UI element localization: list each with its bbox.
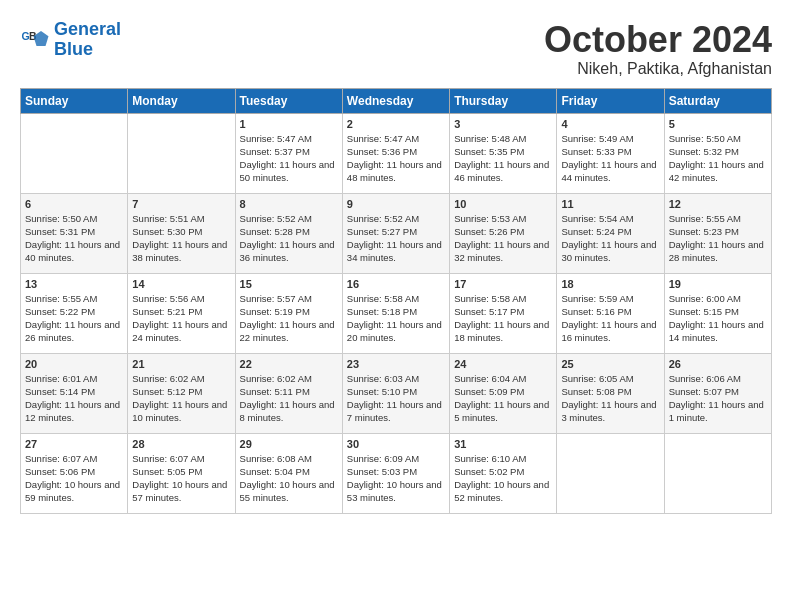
location-title: Nikeh, Paktika, Afghanistan: [544, 60, 772, 78]
day-info: Sunrise: 6:00 AM Sunset: 5:15 PM Dayligh…: [669, 292, 767, 345]
calendar-cell: 29Sunrise: 6:08 AM Sunset: 5:04 PM Dayli…: [235, 433, 342, 513]
calendar-cell: [664, 433, 771, 513]
calendar-cell: 5Sunrise: 5:50 AM Sunset: 5:32 PM Daylig…: [664, 113, 771, 193]
day-info: Sunrise: 6:07 AM Sunset: 5:06 PM Dayligh…: [25, 452, 123, 505]
calendar-cell: 30Sunrise: 6:09 AM Sunset: 5:03 PM Dayli…: [342, 433, 449, 513]
day-number: 7: [132, 198, 230, 210]
day-number: 27: [25, 438, 123, 450]
calendar-cell: 10Sunrise: 5:53 AM Sunset: 5:26 PM Dayli…: [450, 193, 557, 273]
day-info: Sunrise: 5:48 AM Sunset: 5:35 PM Dayligh…: [454, 132, 552, 185]
day-number: 9: [347, 198, 445, 210]
calendar-cell: 8Sunrise: 5:52 AM Sunset: 5:28 PM Daylig…: [235, 193, 342, 273]
calendar-week-row: 20Sunrise: 6:01 AM Sunset: 5:14 PM Dayli…: [21, 353, 772, 433]
day-info: Sunrise: 5:50 AM Sunset: 5:32 PM Dayligh…: [669, 132, 767, 185]
day-number: 3: [454, 118, 552, 130]
calendar-cell: 15Sunrise: 5:57 AM Sunset: 5:19 PM Dayli…: [235, 273, 342, 353]
calendar-cell: 27Sunrise: 6:07 AM Sunset: 5:06 PM Dayli…: [21, 433, 128, 513]
day-info: Sunrise: 6:06 AM Sunset: 5:07 PM Dayligh…: [669, 372, 767, 425]
calendar-cell: 16Sunrise: 5:58 AM Sunset: 5:18 PM Dayli…: [342, 273, 449, 353]
calendar-cell: 22Sunrise: 6:02 AM Sunset: 5:11 PM Dayli…: [235, 353, 342, 433]
calendar-cell: [21, 113, 128, 193]
day-number: 28: [132, 438, 230, 450]
calendar-cell: 20Sunrise: 6:01 AM Sunset: 5:14 PM Dayli…: [21, 353, 128, 433]
day-number: 5: [669, 118, 767, 130]
calendar-cell: 17Sunrise: 5:58 AM Sunset: 5:17 PM Dayli…: [450, 273, 557, 353]
calendar-week-row: 6Sunrise: 5:50 AM Sunset: 5:31 PM Daylig…: [21, 193, 772, 273]
calendar-cell: 3Sunrise: 5:48 AM Sunset: 5:35 PM Daylig…: [450, 113, 557, 193]
calendar-cell: 7Sunrise: 5:51 AM Sunset: 5:30 PM Daylig…: [128, 193, 235, 273]
calendar-cell: 19Sunrise: 6:00 AM Sunset: 5:15 PM Dayli…: [664, 273, 771, 353]
calendar-cell: 11Sunrise: 5:54 AM Sunset: 5:24 PM Dayli…: [557, 193, 664, 273]
calendar-cell: 2Sunrise: 5:47 AM Sunset: 5:36 PM Daylig…: [342, 113, 449, 193]
day-number: 8: [240, 198, 338, 210]
day-info: Sunrise: 5:52 AM Sunset: 5:28 PM Dayligh…: [240, 212, 338, 265]
day-info: Sunrise: 5:55 AM Sunset: 5:23 PM Dayligh…: [669, 212, 767, 265]
logo-line2: Blue: [54, 39, 93, 59]
day-number: 6: [25, 198, 123, 210]
logo-icon: G B: [20, 25, 50, 55]
day-info: Sunrise: 5:56 AM Sunset: 5:21 PM Dayligh…: [132, 292, 230, 345]
calendar-cell: [128, 113, 235, 193]
logo-line1: General: [54, 19, 121, 39]
day-info: Sunrise: 6:02 AM Sunset: 5:12 PM Dayligh…: [132, 372, 230, 425]
day-info: Sunrise: 5:47 AM Sunset: 5:37 PM Dayligh…: [240, 132, 338, 185]
day-number: 2: [347, 118, 445, 130]
day-number: 13: [25, 278, 123, 290]
day-info: Sunrise: 5:58 AM Sunset: 5:18 PM Dayligh…: [347, 292, 445, 345]
day-info: Sunrise: 5:55 AM Sunset: 5:22 PM Dayligh…: [25, 292, 123, 345]
calendar-cell: 6Sunrise: 5:50 AM Sunset: 5:31 PM Daylig…: [21, 193, 128, 273]
day-number: 4: [561, 118, 659, 130]
calendar-cell: 26Sunrise: 6:06 AM Sunset: 5:07 PM Dayli…: [664, 353, 771, 433]
calendar-week-row: 1Sunrise: 5:47 AM Sunset: 5:37 PM Daylig…: [21, 113, 772, 193]
calendar-body: 1Sunrise: 5:47 AM Sunset: 5:37 PM Daylig…: [21, 113, 772, 513]
day-number: 17: [454, 278, 552, 290]
day-info: Sunrise: 5:47 AM Sunset: 5:36 PM Dayligh…: [347, 132, 445, 185]
calendar-cell: 21Sunrise: 6:02 AM Sunset: 5:12 PM Dayli…: [128, 353, 235, 433]
calendar-cell: 13Sunrise: 5:55 AM Sunset: 5:22 PM Dayli…: [21, 273, 128, 353]
calendar-table: SundayMondayTuesdayWednesdayThursdayFrid…: [20, 88, 772, 514]
day-info: Sunrise: 5:50 AM Sunset: 5:31 PM Dayligh…: [25, 212, 123, 265]
weekday-header: Monday: [128, 88, 235, 113]
calendar-cell: 12Sunrise: 5:55 AM Sunset: 5:23 PM Dayli…: [664, 193, 771, 273]
month-title: October 2024: [544, 20, 772, 60]
day-info: Sunrise: 5:54 AM Sunset: 5:24 PM Dayligh…: [561, 212, 659, 265]
page-header: G B General Blue October 2024 Nikeh, Pak…: [20, 20, 772, 78]
day-info: Sunrise: 5:51 AM Sunset: 5:30 PM Dayligh…: [132, 212, 230, 265]
calendar-week-row: 13Sunrise: 5:55 AM Sunset: 5:22 PM Dayli…: [21, 273, 772, 353]
day-number: 16: [347, 278, 445, 290]
day-number: 31: [454, 438, 552, 450]
day-info: Sunrise: 6:01 AM Sunset: 5:14 PM Dayligh…: [25, 372, 123, 425]
calendar-cell: 9Sunrise: 5:52 AM Sunset: 5:27 PM Daylig…: [342, 193, 449, 273]
day-number: 20: [25, 358, 123, 370]
day-info: Sunrise: 5:58 AM Sunset: 5:17 PM Dayligh…: [454, 292, 552, 345]
day-info: Sunrise: 6:09 AM Sunset: 5:03 PM Dayligh…: [347, 452, 445, 505]
title-block: October 2024 Nikeh, Paktika, Afghanistan: [544, 20, 772, 78]
day-number: 26: [669, 358, 767, 370]
calendar-cell: 28Sunrise: 6:07 AM Sunset: 5:05 PM Dayli…: [128, 433, 235, 513]
day-number: 10: [454, 198, 552, 210]
day-number: 12: [669, 198, 767, 210]
day-info: Sunrise: 6:03 AM Sunset: 5:10 PM Dayligh…: [347, 372, 445, 425]
day-number: 18: [561, 278, 659, 290]
day-number: 14: [132, 278, 230, 290]
day-number: 11: [561, 198, 659, 210]
calendar-cell: 18Sunrise: 5:59 AM Sunset: 5:16 PM Dayli…: [557, 273, 664, 353]
logo: G B General Blue: [20, 20, 121, 60]
day-number: 30: [347, 438, 445, 450]
calendar-cell: 14Sunrise: 5:56 AM Sunset: 5:21 PM Dayli…: [128, 273, 235, 353]
day-info: Sunrise: 6:08 AM Sunset: 5:04 PM Dayligh…: [240, 452, 338, 505]
day-number: 1: [240, 118, 338, 130]
day-number: 25: [561, 358, 659, 370]
weekday-header: Sunday: [21, 88, 128, 113]
calendar-cell: 24Sunrise: 6:04 AM Sunset: 5:09 PM Dayli…: [450, 353, 557, 433]
day-info: Sunrise: 5:57 AM Sunset: 5:19 PM Dayligh…: [240, 292, 338, 345]
calendar-cell: 1Sunrise: 5:47 AM Sunset: 5:37 PM Daylig…: [235, 113, 342, 193]
day-info: Sunrise: 6:05 AM Sunset: 5:08 PM Dayligh…: [561, 372, 659, 425]
weekday-header: Wednesday: [342, 88, 449, 113]
day-number: 19: [669, 278, 767, 290]
day-info: Sunrise: 5:52 AM Sunset: 5:27 PM Dayligh…: [347, 212, 445, 265]
day-info: Sunrise: 6:02 AM Sunset: 5:11 PM Dayligh…: [240, 372, 338, 425]
calendar-header-row: SundayMondayTuesdayWednesdayThursdayFrid…: [21, 88, 772, 113]
day-info: Sunrise: 6:07 AM Sunset: 5:05 PM Dayligh…: [132, 452, 230, 505]
day-number: 22: [240, 358, 338, 370]
